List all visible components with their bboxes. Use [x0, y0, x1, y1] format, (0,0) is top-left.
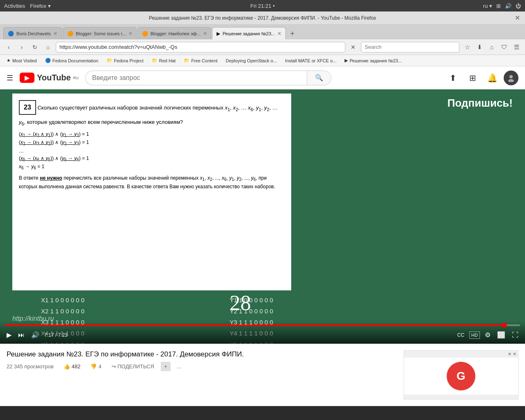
progress-bar-dot [502, 323, 507, 328]
tab-favicon-yt: ▶ [217, 31, 220, 37]
toolbar-icons: ☆ ⬇ ⌂ 🛡 ☰ [462, 42, 522, 52]
tab-close-boris[interactable]: ✕ [53, 31, 57, 37]
more-options-button[interactable]: ... [174, 362, 185, 371]
youtube-logo-sup: RU [73, 76, 79, 80]
tab-close-blogger2[interactable]: ✕ [203, 31, 207, 37]
time-display: 7:17 / 7:23 [44, 332, 68, 338]
home-button[interactable]: ⌂ [43, 42, 53, 52]
svg-point-0 [509, 75, 513, 78]
share-button[interactable]: ↪ ПОДЕЛИТЬСЯ [108, 362, 158, 371]
yt-search-button[interactable]: 🔍 [307, 71, 331, 85]
add-icon: + [164, 363, 167, 370]
os-datetime: Fri 21:21 • [250, 3, 274, 9]
yt-search-input[interactable] [85, 71, 307, 85]
bookmark-label-fedora-project: Fedora Project [114, 58, 144, 63]
skip-button[interactable]: ⏭ [16, 330, 26, 340]
video-title: Решение задания №23. ЕГЭ по информатике … [7, 350, 397, 358]
tab-youtube-active[interactable]: ▶ Решение задания №23... ✕ [212, 27, 286, 39]
eq2: (x2 → (x3 ∧ y2)) ∧ (y2 → y3) = 1 [19, 139, 285, 147]
new-tab-button[interactable]: + [287, 28, 298, 39]
bookmark-openstack[interactable]: Deploying OpenStack o... [222, 57, 280, 64]
theater-button[interactable]: ⬜ [495, 329, 507, 340]
bookmark-label-fedora-docs: Fedora Documentation [52, 58, 98, 63]
time-total: 7:23 [58, 332, 67, 338]
hd-button[interactable]: HD [469, 331, 480, 339]
bookmark-fedora-docs[interactable]: 🔵 Fedora Documentation [42, 57, 102, 64]
video-player[interactable]: 23 Сколько существует различных наборов … [0, 89, 525, 344]
more-dots-icon: ... [177, 363, 182, 370]
upload-icon[interactable]: ⬆ [445, 70, 461, 86]
bookmark-fedora-project[interactable]: 📁 Fedora Project [103, 57, 147, 64]
sys-tray-power: ⏻ [516, 3, 521, 9]
below-video-section: Решение задания №23. ЕГЭ по информатике … [0, 344, 525, 406]
url-clear-button[interactable]: ✕ [348, 42, 358, 52]
bookmark-mate[interactable]: Install MATE or XFCE o... [282, 57, 340, 64]
hamburger-menu-icon[interactable]: ☰ [7, 73, 13, 82]
tab-blogger2[interactable]: 🟠 Blogger: Наиболее эф... ✕ [137, 27, 211, 39]
controls-row: ▶ ⏭ 🔊 7:17 / 7:23 CC HD ⚙ ⬜ ⛶ [5, 329, 520, 340]
bookmark-icon-free-content: 📁 [184, 58, 189, 63]
shield-icon[interactable]: 🛡 [499, 42, 509, 52]
activities-label[interactable]: Activities [4, 3, 25, 9]
youtube-logo[interactable]: ▶ YouTubeRU [20, 73, 79, 83]
bookmark-icon-fedora-docs: 🔵 [45, 58, 51, 63]
tab-favicon-blogger1: 🟠 [67, 31, 73, 37]
bookmark-icon-redhat: 📁 [152, 58, 158, 63]
download-icon[interactable]: ⬇ [474, 42, 485, 52]
sys-tray-volume: 🔊 [505, 3, 511, 9]
forward-button[interactable]: › [16, 42, 27, 52]
progress-bar[interactable] [5, 324, 520, 326]
dislike-button[interactable]: 👎 4 [87, 362, 105, 371]
menu-icon[interactable]: ☰ [511, 42, 522, 52]
browser-close-button[interactable]: ✕ [515, 14, 520, 22]
fullscreen-button[interactable]: ⛶ [510, 330, 520, 340]
home-icon[interactable]: ⌂ [486, 42, 497, 52]
locale-selector[interactable]: ru ▾ [483, 3, 492, 9]
chalk-answer: 28 [230, 291, 251, 315]
tab-blogger1[interactable]: 🟠 Blogger: Some issues r... ✕ [63, 27, 137, 39]
bookmark-free-content[interactable]: 📁 Free Content [180, 57, 221, 64]
reload-button[interactable]: ↻ [30, 42, 40, 52]
bookmark-label-openstack: Deploying OpenStack o... [226, 58, 277, 63]
youtube-header: ☰ ▶ YouTubeRU 🔍 ⬆ ⊞ 🔔 [0, 66, 525, 89]
tab-label-boris: Boris Derzhavets [16, 31, 51, 36]
search-input[interactable] [361, 42, 459, 52]
like-count: 482 [72, 363, 81, 370]
yt-search-container: 🔍 [85, 71, 331, 85]
user-avatar[interactable] [504, 71, 518, 85]
firefox-menu[interactable]: Firefox ▾ [30, 3, 50, 9]
notifications-icon[interactable]: 🔔 [484, 70, 500, 86]
apps-icon[interactable]: ⊞ [464, 70, 481, 86]
add-to-playlist-button[interactable]: + [161, 362, 171, 371]
volume-button[interactable]: 🔊 [30, 329, 41, 340]
tab-boris[interactable]: 🔵 Boris Derzhavets ✕ [3, 27, 62, 39]
tab-close-yt[interactable]: ✕ [277, 31, 281, 37]
bookmark-most-visited[interactable]: ★ Most Visited [3, 57, 40, 64]
tab-close-blogger1[interactable]: ✕ [128, 31, 132, 37]
back-button[interactable]: ‹ [3, 42, 14, 52]
bookmark-redhat[interactable]: 📁 Red Hat [148, 57, 179, 64]
tab-favicon-blogger2: 🟠 [142, 31, 148, 37]
youtube-logo-text: YouTube [37, 73, 71, 82]
youtube-logo-icon: ▶ [20, 73, 34, 83]
url-input[interactable] [56, 42, 345, 52]
eq6: x6 → y6 = 1 [19, 163, 285, 171]
settings-button[interactable]: ⚙ [483, 329, 492, 340]
subtitles-button[interactable]: CC [456, 331, 466, 340]
bookmark-label-redhat: Red Hat [159, 58, 176, 63]
bookmark-icon-fedora-project: 📁 [107, 58, 112, 63]
thumbs-up-icon: 👍 [64, 363, 70, 370]
thumbs-down-icon: 👎 [90, 363, 97, 370]
os-topbar-left: Activities Firefox ▾ [4, 3, 51, 9]
dislike-count: 4 [98, 363, 101, 370]
bookmark-yt-video[interactable]: ▶ Решение задания №23... [341, 57, 405, 64]
problem-text: Сколько существует различных наборов зна… [19, 105, 278, 125]
ad-close-button[interactable]: ✕ ✕ [404, 351, 518, 358]
sys-tray-network: ⊞ [496, 3, 501, 9]
action-buttons: 👍 482 👎 4 ↪ ПОДЕЛИТЬСЯ + ... [60, 362, 185, 371]
tab-label-yt: Решение задания №23... [223, 31, 275, 36]
like-button[interactable]: 👍 482 [60, 362, 84, 371]
bookmark-star-icon[interactable]: ☆ [462, 42, 472, 52]
play-pause-button[interactable]: ▶ [5, 329, 13, 340]
yt-header-icons: ⬆ ⊞ 🔔 [445, 70, 518, 86]
